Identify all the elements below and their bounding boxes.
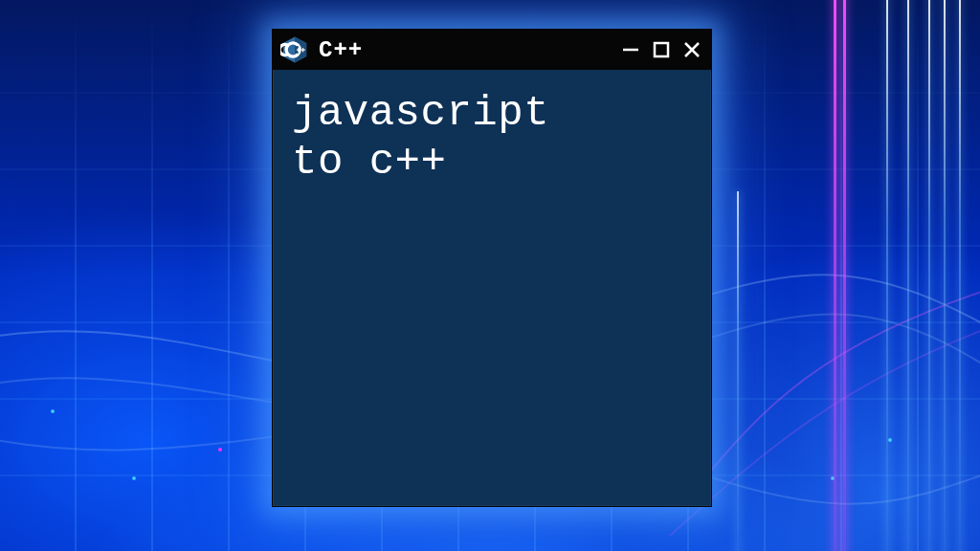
close-button[interactable]	[682, 40, 702, 59]
maximize-button[interactable]	[652, 40, 671, 59]
cpp-logo-icon	[280, 35, 309, 64]
svg-rect-6	[297, 50, 301, 51]
minimize-icon	[621, 40, 640, 59]
minimize-button[interactable]	[621, 40, 640, 59]
svg-rect-10	[655, 43, 668, 56]
maximize-icon	[652, 40, 671, 59]
terminal-window: C++ javascript to c++	[272, 29, 712, 507]
terminal-line-1: javascript	[292, 89, 549, 137]
window-title: C++	[319, 37, 363, 63]
terminal-client-area[interactable]: javascript to c++	[273, 70, 711, 506]
titlebar[interactable]: C++	[273, 30, 711, 70]
terminal-line-2: to c++	[292, 138, 446, 186]
terminal-text: javascript to c++	[292, 89, 692, 186]
window-controls	[621, 40, 702, 59]
svg-rect-8	[301, 50, 305, 51]
close-icon	[682, 40, 702, 59]
